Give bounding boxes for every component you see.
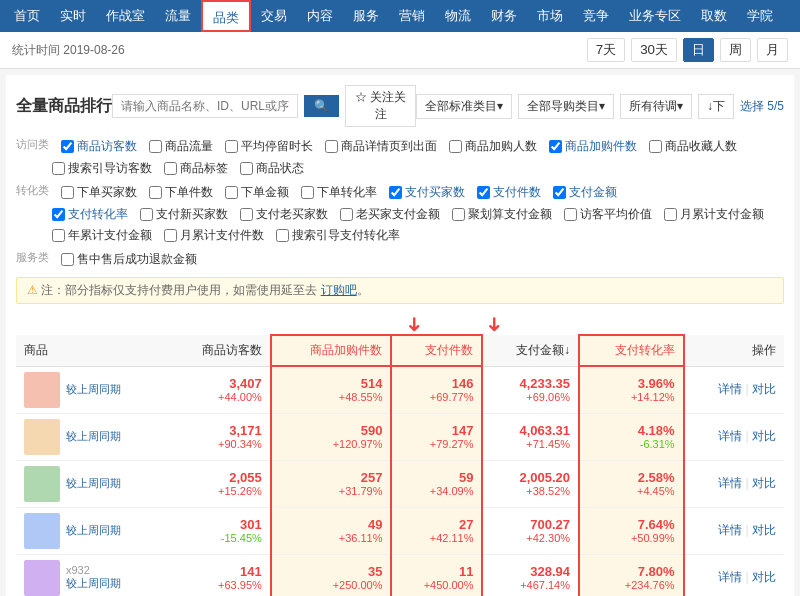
visitors-cell-0: 3,407 +44.00% xyxy=(168,366,271,413)
nav-traffic[interactable]: 流量 xyxy=(155,0,201,32)
product-compare-0[interactable]: 较上周同期 xyxy=(66,382,121,397)
visitors-num-1: 3,171 xyxy=(176,423,262,438)
nav-content[interactable]: 内容 xyxy=(297,0,343,32)
action-cell-0: 详情 | 对比 xyxy=(684,366,784,413)
metric-monthly-count[interactable]: 月累计支付件数 xyxy=(164,227,264,244)
metric-pay-new-buyers[interactable]: 支付新买家数 xyxy=(140,206,228,223)
metric-search-pay-rate[interactable]: 搜索引导支付转化率 xyxy=(276,227,400,244)
metric-add-cart-count[interactable]: 商品加购件数 xyxy=(549,138,637,155)
nav-war-room[interactable]: 作战室 xyxy=(96,0,155,32)
col-add-cart: 商品加购件数 xyxy=(271,335,392,366)
metric-pay-amount[interactable]: 支付金额 xyxy=(553,184,617,201)
nav-data[interactable]: 取数 xyxy=(691,0,737,32)
product-image-1 xyxy=(24,419,60,455)
visitors-cell-3: 301 -15.45% xyxy=(168,507,271,554)
pay-amount-cell-3: 700.27 +42.30% xyxy=(482,507,579,554)
metric-product-tag[interactable]: 商品标签 xyxy=(164,160,228,177)
nav-service[interactable]: 服务 xyxy=(343,0,389,32)
filter-down[interactable]: ↓下 xyxy=(698,94,734,119)
metric-pay-count[interactable]: 支付件数 xyxy=(477,184,541,201)
add-cart-change-1: +120.97% xyxy=(280,438,383,450)
visitors-change-2: +15.26% xyxy=(176,485,262,497)
notice-link[interactable]: 订购吧 xyxy=(321,283,357,297)
date-week[interactable]: 周 xyxy=(720,38,751,62)
metric-monthly-amount[interactable]: 月累计支付金额 xyxy=(664,206,764,223)
detail-link-2[interactable]: 详情 xyxy=(718,476,742,490)
date-7days[interactable]: 7天 xyxy=(587,38,625,62)
product-compare-1[interactable]: 较上周同期 xyxy=(66,429,121,444)
metric-add-cart-people[interactable]: 商品加购人数 xyxy=(449,138,537,155)
add-cart-change-4: +250.00% xyxy=(280,579,383,591)
add-cart-cell-0: 514 +48.55% xyxy=(271,366,392,413)
metric-pay-rate[interactable]: 支付转化率 xyxy=(52,206,128,223)
detail-link-1[interactable]: 详情 xyxy=(718,429,742,443)
detail-link-0[interactable]: 详情 xyxy=(718,382,742,396)
pay-rate-num-4: 7.80% xyxy=(588,564,675,579)
product-cell-3: 较上周同期 xyxy=(16,507,168,554)
nav-realtime[interactable]: 实时 xyxy=(50,0,96,32)
date-day[interactable]: 日 xyxy=(683,38,714,62)
nav-biz-area[interactable]: 业务专区 xyxy=(619,0,691,32)
add-cart-change-2: +31.79% xyxy=(280,485,383,497)
pay-count-change-1: +79.27% xyxy=(400,438,473,450)
nav-competition[interactable]: 竞争 xyxy=(573,0,619,32)
date-month[interactable]: 月 xyxy=(757,38,788,62)
search-input[interactable] xyxy=(112,94,298,118)
filter-category[interactable]: 全部标准类目▾ xyxy=(416,94,512,119)
pay-count-cell-4: 11 +450.00% xyxy=(391,554,482,596)
product-compare-3[interactable]: 较上周同期 xyxy=(66,523,121,538)
arrow-down-1: ➜ xyxy=(403,316,427,333)
visitors-num-0: 3,407 xyxy=(176,376,262,391)
metric-order-buyers[interactable]: 下单买家数 xyxy=(61,184,137,201)
service-group-label: 服务类 xyxy=(16,250,49,265)
compare-link-2[interactable]: 对比 xyxy=(752,476,776,490)
metric-order-amount[interactable]: 下单金额 xyxy=(225,184,289,201)
arrow-down-2: ➜ xyxy=(483,316,507,333)
main-content: 全量商品排行 🔍 ☆ 关注关注 全部标准类目▾ 全部导购类目▾ 所有待调▾ ↓下… xyxy=(6,75,794,596)
metric-juhs-amount[interactable]: 聚划算支付金额 xyxy=(452,206,552,223)
compare-link-1[interactable]: 对比 xyxy=(752,429,776,443)
metric-favorite-people[interactable]: 商品收藏人数 xyxy=(649,138,737,155)
product-cell-4: x932 较上周同期 xyxy=(16,554,168,596)
nav-market[interactable]: 市场 xyxy=(527,0,573,32)
nav-finance[interactable]: 财务 xyxy=(481,0,527,32)
nav-academy[interactable]: 学院 xyxy=(737,0,783,32)
product-compare-2[interactable]: 较上周同期 xyxy=(66,476,121,491)
filter-adjust[interactable]: 所有待调▾ xyxy=(620,94,692,119)
date-30days[interactable]: 30天 xyxy=(631,38,677,62)
nav-category[interactable]: 品类 xyxy=(201,0,251,32)
pay-count-num-3: 27 xyxy=(400,517,473,532)
compare-link-4[interactable]: 对比 xyxy=(752,570,776,584)
metric-product-status[interactable]: 商品状态 xyxy=(240,160,304,177)
pay-amount-num-3: 700.27 xyxy=(491,517,570,532)
compare-link-3[interactable]: 对比 xyxy=(752,523,776,537)
metric-avg-stay[interactable]: 平均停留时长 xyxy=(225,138,313,155)
metric-detail-page[interactable]: 商品详情页到出面 xyxy=(325,138,437,155)
date-filters: 7天 30天 日 周 月 xyxy=(587,38,788,62)
table-row: 较上周同期 3,171 +90.34% 590 +120.97% 147 +79… xyxy=(16,413,784,460)
metric-product-flow[interactable]: 商品流量 xyxy=(149,138,213,155)
metric-pay-buyers[interactable]: 支付买家数 xyxy=(389,184,465,201)
metric-pay-old-buyers[interactable]: 支付老买家数 xyxy=(240,206,328,223)
nav-marketing[interactable]: 营销 xyxy=(389,0,435,32)
follow-button[interactable]: ☆ 关注关注 xyxy=(345,85,416,127)
metric-refund-amount[interactable]: 售中售后成功退款金额 xyxy=(61,251,197,268)
metric-search-guide[interactable]: 搜索引导访客数 xyxy=(52,160,152,177)
metric-order-rate[interactable]: 下单转化率 xyxy=(301,184,377,201)
nav-trade[interactable]: 交易 xyxy=(251,0,297,32)
compare-link-0[interactable]: 对比 xyxy=(752,382,776,396)
search-button[interactable]: 🔍 xyxy=(304,95,339,117)
metric-visit-customers[interactable]: 商品访客数 xyxy=(61,138,137,155)
metric-yearly-amount[interactable]: 年累计支付金额 xyxy=(52,227,152,244)
nav-logistics[interactable]: 物流 xyxy=(435,0,481,32)
detail-link-4[interactable]: 详情 xyxy=(718,570,742,584)
metric-order-count[interactable]: 下单件数 xyxy=(149,184,213,201)
nav-home[interactable]: 首页 xyxy=(4,0,50,32)
metrics-section: 访问类 商品访客数 商品流量 平均停留时长 商品详情页到出面 商品加购人数 xyxy=(16,137,784,269)
product-compare-4[interactable]: 较上周同期 xyxy=(66,576,121,591)
metric-pay-old-amount[interactable]: 老买家支付金额 xyxy=(340,206,440,223)
detail-link-3[interactable]: 详情 xyxy=(718,523,742,537)
table-header-row: 商品 商品访客数 商品加购件数 支付件数 支付金额↓ 支付转化率 操作 xyxy=(16,335,784,366)
filter-guide-category[interactable]: 全部导购类目▾ xyxy=(518,94,614,119)
metric-visitor-value[interactable]: 访客平均价值 xyxy=(564,206,652,223)
